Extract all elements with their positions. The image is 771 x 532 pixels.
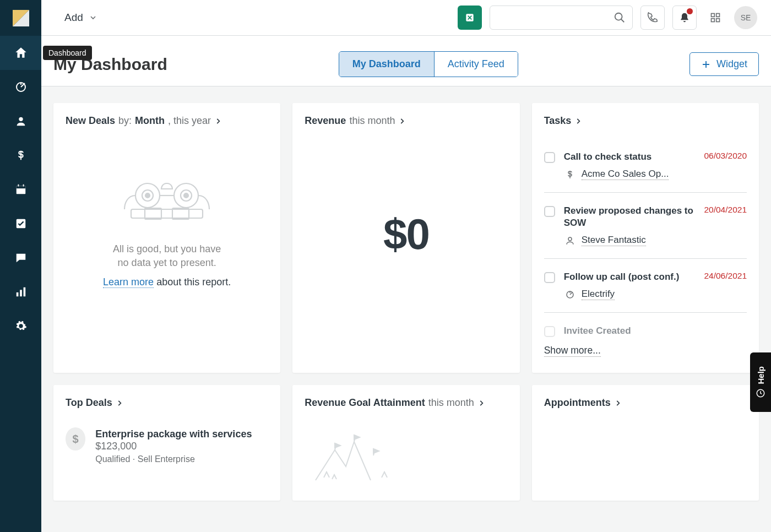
chevron-right-icon — [614, 399, 622, 407]
task-date: 06/03/2020 — [704, 151, 747, 161]
deal-name: Enterprise package with services — [95, 428, 252, 439]
revenue-amount: $0 — [305, 209, 507, 259]
help-tab[interactable]: Help — [750, 352, 771, 412]
chevron-right-icon — [398, 117, 406, 125]
task-date: 24/06/2021 — [704, 271, 747, 281]
top-deal-row[interactable]: $ Enterprise package with services $123,… — [66, 427, 268, 464]
chevron-right-icon — [477, 399, 485, 407]
help-tab-label: Help — [756, 366, 765, 384]
sidebar-item-messages[interactable] — [0, 241, 41, 275]
sidebar-item-calendar[interactable] — [0, 172, 41, 207]
check-icon — [15, 218, 27, 230]
search-icon — [613, 12, 626, 24]
card-new-deals: New Deals by: Month, this year — [53, 103, 280, 373]
sidebar-item-deals[interactable] — [0, 138, 41, 172]
top-deals-title[interactable]: Top Deals — [66, 397, 268, 409]
task-name[interactable]: Invitee Created — [564, 325, 631, 337]
task-checkbox[interactable] — [544, 326, 555, 337]
task-checkbox[interactable] — [544, 272, 555, 283]
new-deals-title[interactable]: New Deals by: Month, this year — [66, 115, 268, 127]
chevron-right-icon — [214, 117, 222, 125]
bars-icon — [15, 286, 27, 298]
add-button-label: Add — [64, 12, 83, 24]
svg-rect-15 — [716, 19, 720, 22]
tasks-title[interactable]: Tasks — [544, 115, 747, 127]
avatar-initials: SE — [741, 13, 751, 22]
person-icon — [564, 236, 576, 246]
card-appointments: Appointments — [532, 385, 759, 501]
sidebar-item-target[interactable] — [0, 70, 41, 104]
svg-point-21 — [184, 193, 188, 198]
task-name[interactable]: Follow up call (post conf.) — [564, 271, 680, 283]
content: New Deals by: Month, this year — [41, 86, 771, 532]
deal-amount: $123,000 — [95, 441, 137, 452]
tab-my-dashboard[interactable]: My Dashboard — [339, 52, 434, 77]
home-icon — [14, 46, 28, 60]
dollar-icon — [15, 149, 27, 161]
task-related-link[interactable]: Electrify — [582, 289, 615, 300]
task-checkbox[interactable] — [544, 206, 555, 217]
call-button[interactable] — [640, 6, 665, 30]
card-tasks: Tasks Call to check status 06/03/2020 — [532, 103, 759, 373]
grid-icon — [710, 12, 721, 23]
plus-icon — [701, 59, 711, 69]
appointments-title[interactable]: Appointments — [544, 397, 747, 409]
task-row: Follow up call (post conf.) 24/06/2021 E… — [544, 259, 747, 313]
main: Add SE My Dashboard My Dashboard Activit… — [41, 0, 771, 532]
svg-point-3 — [19, 117, 23, 121]
notification-dot — [687, 8, 693, 14]
svg-rect-12 — [712, 14, 715, 17]
svg-point-11 — [615, 13, 622, 20]
person-icon — [15, 115, 27, 127]
sidebar-item-dashboard[interactable]: Dashboard — [0, 36, 41, 70]
show-more-link[interactable]: Show more... — [544, 345, 601, 357]
learn-more-link[interactable]: Learn more — [103, 276, 154, 288]
dollar-icon — [564, 170, 576, 180]
svg-point-20 — [145, 193, 150, 198]
svg-rect-14 — [712, 19, 715, 22]
page-header: My Dashboard My Dashboard Activity Feed … — [41, 36, 771, 86]
task-name[interactable]: Call to check status — [564, 151, 652, 163]
sidebar: Dashboard — [0, 0, 41, 532]
widget-button-label: Widget — [716, 58, 747, 70]
sidebar-item-tasks[interactable] — [0, 207, 41, 241]
close-box-icon — [464, 12, 475, 23]
card-top-deals: Top Deals $ Enterprise package with serv… — [53, 385, 280, 501]
dollar-circle-icon: $ — [66, 427, 85, 450]
calendar-icon — [15, 183, 27, 196]
task-related-link[interactable]: Steve Fantastic — [582, 235, 646, 246]
card-revenue-goal: Revenue Goal Attainment this month — [292, 385, 519, 501]
sidebar-tooltip: Dashboard — [43, 46, 92, 60]
add-button[interactable]: Add — [64, 12, 97, 24]
help-icon — [756, 388, 765, 398]
apps-button[interactable] — [704, 6, 726, 30]
binoculars-illustration — [115, 165, 219, 226]
sidebar-item-settings[interactable] — [0, 309, 41, 343]
sidebar-item-contacts[interactable] — [0, 104, 41, 138]
task-related-link[interactable]: Acme Co Sales Op... — [582, 169, 669, 180]
sidebar-item-reports[interactable] — [0, 275, 41, 309]
svg-point-25 — [568, 237, 572, 241]
chevron-down-icon — [89, 13, 97, 22]
task-row: Review proposed changes to SOW 20/04/202… — [544, 193, 747, 259]
tab-activity-feed[interactable]: Activity Feed — [434, 52, 518, 77]
svg-rect-8 — [20, 290, 22, 296]
svg-rect-22 — [131, 209, 203, 218]
task-name[interactable]: Review proposed changes to SOW — [564, 205, 698, 229]
target-icon — [564, 290, 576, 300]
revenue-goal-title[interactable]: Revenue Goal Attainment this month — [305, 397, 507, 409]
task-checkbox[interactable] — [544, 152, 555, 163]
add-widget-button[interactable]: Widget — [689, 52, 759, 76]
revenue-title[interactable]: Revenue this month — [305, 115, 507, 127]
notifications-button[interactable] — [672, 6, 697, 30]
search-input[interactable] — [490, 6, 633, 30]
svg-rect-5 — [16, 186, 25, 189]
deal-meta: Qualified · Sell Enterprise — [95, 454, 268, 464]
task-row: Call to check status 06/03/2020 Acme Co … — [544, 143, 747, 193]
user-avatar[interactable]: SE — [734, 6, 757, 29]
svg-rect-9 — [23, 287, 25, 297]
chevron-right-icon — [574, 117, 582, 125]
brand-logo[interactable] — [0, 0, 41, 36]
pinned-app-button[interactable] — [458, 6, 482, 30]
phone-icon — [647, 12, 658, 23]
